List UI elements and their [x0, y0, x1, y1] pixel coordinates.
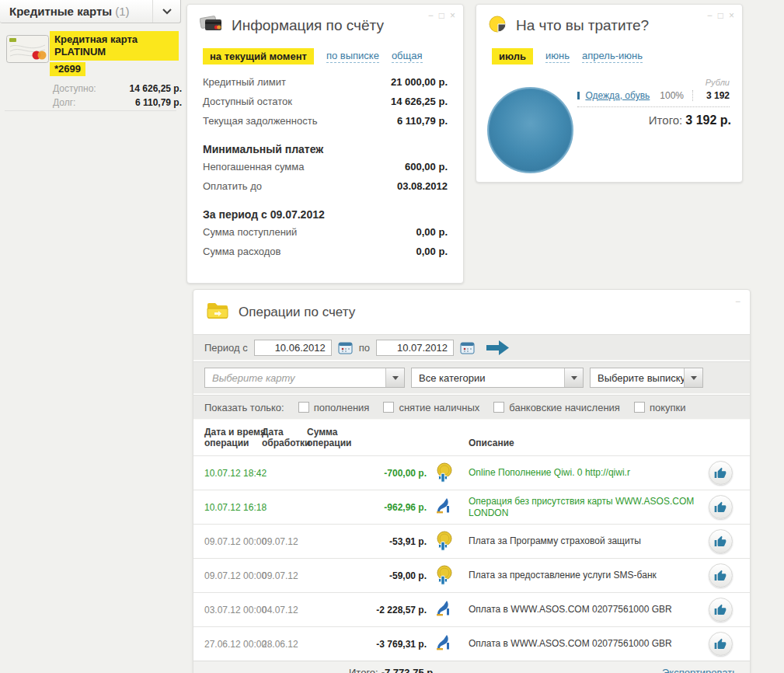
spending-tabs: июль июнь апрель-июнь: [476, 37, 742, 65]
period-section-title: За период с 09.07.2012: [203, 208, 448, 221]
transactions-total: Итого:-7 773,75 р.: [349, 667, 436, 673]
apply-period-arrow-button[interactable]: [486, 340, 510, 355]
coin-plus-icon: [434, 531, 455, 553]
col-header-description: Описание: [469, 438, 702, 448]
tx-amount: -2 228,57 р.: [307, 605, 434, 615]
legend-category-link[interactable]: Одежда, обувь: [585, 90, 650, 101]
chevron-down-icon[interactable]: [152, 0, 180, 23]
tx-description: Оплата в WWW.ASOS.COM 02077561000 GBR: [469, 638, 702, 650]
checkbox-label: банковские начисления: [509, 402, 620, 413]
card-select[interactable]: Выберите карту: [204, 368, 405, 388]
chevron-down-icon[interactable]: [564, 368, 583, 387]
legend-percent: 100%: [660, 90, 684, 101]
table-row: 10.07.12 16:18 -962,96 р. Операция без п…: [193, 490, 750, 524]
maximize-icon[interactable]: □: [718, 11, 723, 20]
account-info-rows: Кредитный лимит 21 000,00 р. Доступный о…: [187, 65, 463, 265]
info-row-pay-by: Оплатить до 03.08.2012: [203, 180, 448, 200]
credit-cards-count: (1): [115, 5, 129, 18]
tx-datetime: 03.07.12 00:00: [204, 605, 262, 615]
like-button[interactable]: [709, 632, 733, 656]
spending-total: Итого:3 192 р.: [649, 113, 731, 127]
credit-cards-dropdown[interactable]: Кредитные карты (1): [0, 0, 181, 23]
tx-category-icon: [434, 531, 458, 553]
currency-column-header: Рубли: [675, 78, 730, 87]
tx-description: Online Пополнение Qiwi. 0 http://qiwi.r: [469, 467, 702, 479]
checkbox-purchases[interactable]: покупки: [634, 402, 686, 413]
pie-chart[interactable]: [487, 87, 573, 173]
like-button[interactable]: [709, 563, 733, 588]
export-link[interactable]: Экспортировать: [662, 667, 737, 673]
thumbs-up-icon: [714, 535, 727, 548]
coin-plus-icon: [434, 565, 455, 587]
date-to-input[interactable]: [376, 340, 454, 356]
credit-card-number: *2699: [50, 62, 85, 76]
tab-april-june[interactable]: апрель-июнь: [582, 50, 643, 63]
transactions-total-value: -7 773,75 р.: [382, 667, 436, 673]
info-row-expense-sum: Сумма расходов 0,00 р.: [203, 246, 448, 265]
account-panel-window-controls: − □ ×: [428, 11, 455, 20]
tx-datetime: 27.06.12 00:00: [204, 639, 262, 650]
credit-card-name[interactable]: Кредитная карта PLATINUM: [50, 31, 179, 61]
close-icon[interactable]: ×: [729, 11, 734, 20]
table-row: 03.07.12 00:00 04.07.12 -2 228,57 р. Опл…: [193, 592, 750, 626]
like-button[interactable]: [709, 529, 733, 553]
period-filter-row: Период с по: [193, 334, 750, 361]
date-from-input[interactable]: [254, 340, 332, 356]
thumbs-up-icon: [714, 570, 727, 582]
account-info-panel: − □ × Информация по счёту на текущий мом…: [186, 4, 464, 284]
like-button[interactable]: [709, 598, 733, 622]
tab-current-moment[interactable]: на текущий момент: [203, 48, 314, 65]
like-button[interactable]: [709, 461, 733, 485]
checkbox-icon[interactable]: [383, 402, 394, 413]
checkbox-label: покупки: [650, 402, 686, 413]
available-row: Доступно: 14 626,25 р.: [53, 82, 182, 95]
close-icon[interactable]: ×: [450, 11, 455, 20]
info-row-available-balance: Доступный остаток 14 626,25 р.: [203, 96, 448, 115]
tab-july[interactable]: июль: [492, 48, 533, 65]
credit-cards-title: Кредитные карты: [9, 5, 112, 18]
operations-panel: Операции по счету − Период с по: [193, 289, 751, 673]
spending-header: На что вы тратите?: [476, 5, 742, 37]
tx-amount: -53,91 р.: [307, 536, 434, 547]
minimize-icon[interactable]: −: [428, 11, 434, 20]
minimize-icon[interactable]: −: [707, 11, 713, 20]
pie-legend-row: Одежда, обувь 100% 3 192: [577, 90, 730, 107]
chevron-down-icon[interactable]: [684, 368, 702, 387]
checkbox-bank-charges[interactable]: банковские начисления: [493, 402, 620, 413]
credit-cards-dropdown-label: Кредитные карты (1): [0, 5, 152, 18]
tx-datetime: 10.07.12 18:42: [204, 468, 262, 479]
category-select[interactable]: Все категории: [411, 368, 584, 388]
banking-app-screen: Кредитные карты (1) Кредитная карта PLAT…: [0, 0, 784, 673]
tx-category-icon: [434, 565, 458, 587]
tx-category-icon: [434, 462, 458, 484]
income-sum-value: 0,00 р.: [416, 226, 448, 238]
tab-june[interactable]: июнь: [545, 50, 570, 63]
checkbox-icon[interactable]: [493, 402, 504, 413]
checkbox-replenishments[interactable]: пополнения: [298, 402, 370, 413]
checkbox-cash-withdrawals[interactable]: снятие наличных: [383, 402, 479, 413]
credit-limit-value: 21 000,00 р.: [391, 76, 448, 88]
calendar-icon[interactable]: [460, 341, 475, 354]
calendar-icon[interactable]: [338, 341, 353, 354]
spending-title: На что вы тратите?: [516, 17, 649, 34]
col-header-amount: Суммаоперации: [307, 427, 434, 448]
like-button[interactable]: [709, 495, 733, 519]
tab-general[interactable]: общая: [392, 50, 423, 63]
minimize-icon[interactable]: −: [735, 296, 740, 307]
checkbox-icon[interactable]: [298, 402, 309, 413]
checkbox-icon[interactable]: [634, 402, 645, 413]
spending-panel-window-controls: − □ ×: [707, 11, 734, 20]
chevron-down-icon[interactable]: [385, 368, 404, 387]
statement-select[interactable]: Выберите выписку: [590, 368, 703, 388]
maximize-icon[interactable]: □: [439, 11, 444, 20]
card-select-value: Выберите карту: [205, 372, 385, 384]
expense-sum-label: Сумма расходов: [203, 246, 280, 257]
legend-marker-icon: [577, 92, 580, 99]
high-heel-shoe-icon: [434, 633, 455, 654]
credit-card-summary[interactable]: Кредитная карта PLATINUM *2699 Доступно:…: [0, 31, 181, 109]
tab-by-statement[interactable]: по выписке: [326, 50, 379, 63]
legend-value: 3 192: [692, 90, 730, 101]
credit-card-balances: Доступно: 14 626,25 р. Долг: 6 110,79 р.: [50, 82, 181, 109]
account-info-tabs: на текущий момент по выписке общая: [187, 37, 463, 65]
pie-chart-icon: [489, 15, 507, 37]
